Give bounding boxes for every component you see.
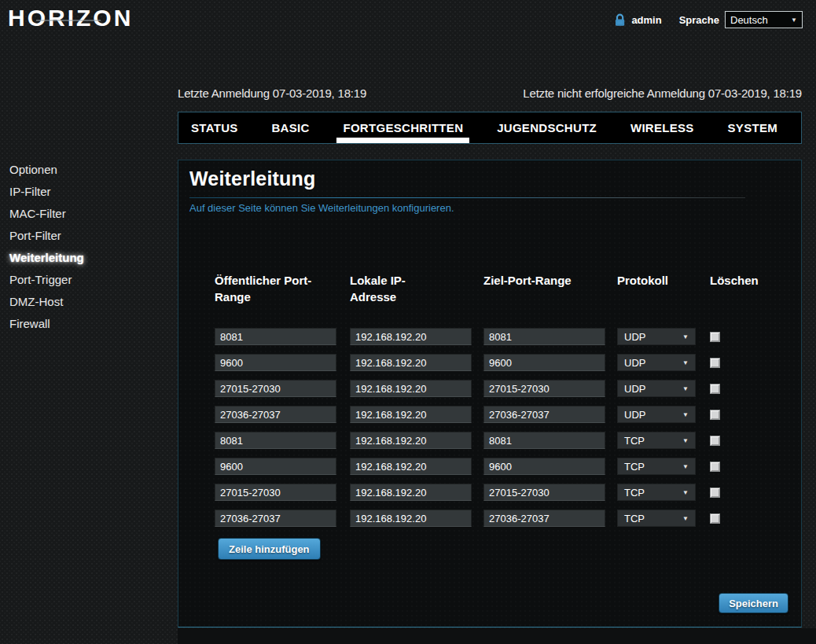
tab-wireless[interactable]: WIRELESS [624, 112, 700, 143]
tab-jugendschutz[interactable]: JUGENDSCHUTZ [491, 112, 603, 143]
target-port-range-input[interactable] [483, 328, 605, 345]
chevron-down-icon: ▼ [682, 489, 689, 496]
tab-system[interactable]: SYSTEM [722, 112, 784, 143]
delete-checkbox[interactable] [710, 358, 720, 368]
protocol-select-value: TCP [624, 461, 645, 473]
public-port-range-input[interactable] [215, 380, 336, 397]
language-label: Sprache [679, 14, 719, 26]
chevron-down-icon: ▼ [682, 515, 689, 522]
chevron-down-icon: ▼ [682, 463, 689, 470]
top-nav-tabs: STATUSBASICFORTGESCHRITTENJUGENDSCHUTZWI… [178, 112, 802, 144]
protocol-select[interactable]: UDP ▼ [617, 328, 696, 345]
public-port-range-input[interactable] [215, 406, 336, 423]
column-header-ziel-port-range: Ziel-Port-Range [483, 272, 617, 289]
delete-checkbox[interactable] [710, 436, 720, 446]
sidebar-item-ip-filter[interactable]: IP-Filter [9, 181, 84, 203]
sidebar-item-mac-filter[interactable]: MAC-Filter [9, 203, 84, 225]
target-port-range-input[interactable] [483, 458, 605, 475]
column-header-lokale-ip-adresse: Lokale IP-Adresse [350, 272, 483, 305]
footer-strip [178, 628, 816, 644]
column-header-protokoll: Protokoll [617, 272, 710, 289]
local-ip-input[interactable] [350, 380, 472, 397]
column-header-öffentlicher-port-range: Öffentlicher Port-Range [215, 272, 350, 305]
protocol-select-value: TCP [624, 435, 645, 447]
protocol-select[interactable]: TCP ▼ [617, 510, 696, 527]
protocol-select[interactable]: TCP ▼ [617, 458, 696, 475]
tab-fortgeschritten[interactable]: FORTGESCHRITTEN [336, 112, 469, 143]
public-port-range-input[interactable] [215, 432, 336, 449]
header-user-area: admin Sprache Deutsch ▼ [613, 11, 803, 28]
page: HORIZON admin Sprache Deutsch ▼ Letzte A… [0, 0, 816, 644]
language-select-value: Deutsch [730, 14, 768, 26]
port-forwarding-table: Öffentlicher Port-RangeLokale IP-Adresse… [215, 272, 757, 535]
public-port-range-input[interactable] [215, 458, 336, 475]
sidebar-nav: OptionenIP-FilterMAC-FilterPort-FilterWe… [9, 159, 84, 335]
target-port-range-input[interactable] [483, 432, 605, 449]
protocol-select[interactable]: UDP ▼ [617, 354, 696, 371]
target-port-range-input[interactable] [483, 484, 605, 501]
table-row: TCP ▼ [215, 458, 757, 475]
chevron-down-icon: ▼ [682, 385, 689, 392]
table-row: TCP ▼ [215, 484, 757, 501]
last-login-text: Letzte Anmeldung 07-03-2019, 18:19 [178, 86, 366, 100]
local-ip-input[interactable] [350, 354, 472, 371]
chevron-down-icon: ▼ [682, 437, 689, 444]
table-row: UDP ▼ [215, 328, 757, 345]
protocol-select-value: TCP [624, 487, 645, 499]
public-port-range-input[interactable] [215, 354, 336, 371]
add-row-button[interactable]: Zeile hinzufügen [218, 538, 321, 560]
table-row: UDP ▼ [215, 354, 757, 371]
table-row: UDP ▼ [215, 406, 757, 423]
table-rows: UDP ▼ UDP ▼ UDP ▼ [215, 328, 757, 527]
table-row: TCP ▼ [215, 510, 757, 527]
delete-checkbox[interactable] [710, 488, 720, 498]
tab-status[interactable]: STATUS [185, 112, 244, 143]
protocol-select-value: UDP [624, 357, 645, 369]
column-header-löschen: Löschen [710, 272, 757, 289]
table-row: UDP ▼ [215, 380, 757, 397]
table-header-row: Öffentlicher Port-RangeLokale IP-Adresse… [215, 272, 757, 305]
protocol-select-value: UDP [624, 383, 645, 395]
language-select[interactable]: Deutsch ▼ [725, 11, 803, 28]
local-ip-input[interactable] [350, 458, 472, 475]
local-ip-input[interactable] [350, 406, 472, 423]
target-port-range-input[interactable] [483, 510, 605, 527]
sidebar-item-port-filter[interactable]: Port-Filter [9, 225, 84, 247]
chevron-down-icon: ▼ [682, 359, 689, 366]
local-ip-input[interactable] [350, 484, 472, 501]
public-port-range-input[interactable] [215, 328, 336, 345]
delete-checkbox[interactable] [710, 384, 720, 394]
protocol-select-value: UDP [624, 331, 645, 343]
chevron-down-icon: ▼ [682, 333, 689, 340]
local-ip-input[interactable] [350, 328, 472, 345]
public-port-range-input[interactable] [215, 510, 336, 527]
target-port-range-input[interactable] [483, 406, 605, 423]
sidebar-item-weiterleitung[interactable]: Weiterleitung [9, 247, 84, 269]
login-info: Letzte Anmeldung 07-03-2019, 18:19 Letzt… [178, 86, 802, 100]
sidebar-item-optionen[interactable]: Optionen [9, 159, 84, 181]
sidebar-item-firewall[interactable]: Firewall [9, 313, 84, 335]
username: admin [631, 14, 661, 26]
local-ip-input[interactable] [350, 432, 472, 449]
protocol-select-value: TCP [624, 513, 645, 524]
page-description: Auf dieser Seite können Sie Weiterleitun… [189, 202, 454, 214]
delete-checkbox[interactable] [710, 513, 720, 524]
target-port-range-input[interactable] [483, 354, 605, 371]
protocol-select[interactable]: TCP ▼ [617, 484, 696, 501]
public-port-range-input[interactable] [215, 484, 336, 501]
target-port-range-input[interactable] [483, 380, 605, 397]
local-ip-input[interactable] [350, 510, 472, 527]
protocol-select[interactable]: TCP ▼ [617, 432, 696, 449]
delete-checkbox[interactable] [710, 332, 720, 342]
sidebar-item-dmz-host[interactable]: DMZ-Host [9, 291, 84, 313]
title-divider [189, 197, 745, 198]
lock-icon [613, 13, 627, 27]
save-button[interactable]: Speichern [719, 593, 788, 613]
protocol-select[interactable]: UDP ▼ [617, 406, 696, 423]
tab-basic[interactable]: BASIC [265, 112, 315, 143]
delete-checkbox[interactable] [710, 410, 720, 420]
sidebar-item-port-trigger[interactable]: Port-Trigger [9, 269, 84, 291]
protocol-select[interactable]: UDP ▼ [617, 380, 696, 397]
delete-checkbox[interactable] [710, 462, 720, 472]
chevron-down-icon: ▼ [682, 411, 689, 418]
